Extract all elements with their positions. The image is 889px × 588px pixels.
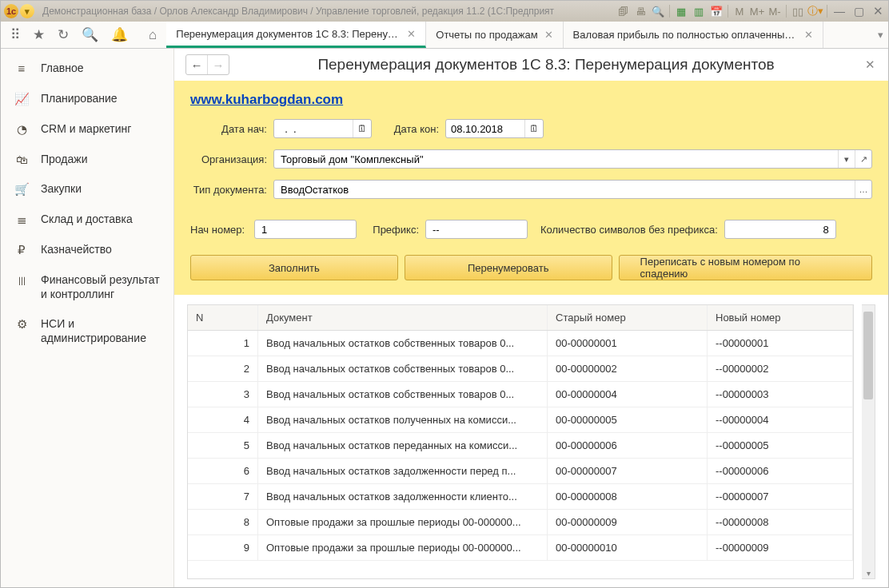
label-date-end: Дата кон: xyxy=(381,123,439,135)
org-field[interactable]: ▾ ↗ xyxy=(273,149,872,169)
panel-icon[interactable]: ▯▯ xyxy=(791,5,804,18)
rewrite-button-label: Переписать с новым номером по спадению xyxy=(640,256,851,280)
table-row[interactable]: 3Ввод начальных остатков собственных тов… xyxy=(188,382,853,407)
tab-close-icon[interactable]: ✕ xyxy=(804,29,813,41)
cal-green-icon[interactable]: ▥ xyxy=(692,5,705,18)
date-end-field[interactable]: 🗓 xyxy=(445,119,544,138)
symbols-field[interactable] xyxy=(724,220,836,239)
cell-doc: Ввод начальных остатков собственных това… xyxy=(258,331,548,356)
col-header-old: Старый номер xyxy=(548,305,708,330)
sidebar-item-8[interactable]: ⚙НСИ и администрирование xyxy=(1,309,173,353)
col-header-n: N xyxy=(188,305,258,330)
calc-icon[interactable]: ▦ xyxy=(675,5,688,18)
form-area: www.kuharbogdan.com Дата нач: 🗓 Дата кон… xyxy=(174,81,888,295)
page-close[interactable]: ✕ xyxy=(863,58,877,72)
table-row[interactable]: 1Ввод начальных остатков собственных тов… xyxy=(188,331,853,356)
table-row[interactable]: 5Ввод начальных остатков переданных на к… xyxy=(188,433,853,459)
tab-2[interactable]: Валовая прибыль по полностью оплаченным … xyxy=(564,22,823,48)
sidebar-item-5[interactable]: ≣Склад и доставка xyxy=(1,205,173,235)
sidebar-item-7[interactable]: ⫼Финансовый результат и контроллинг xyxy=(1,265,173,309)
start-num-input[interactable] xyxy=(255,220,356,238)
renum-button[interactable]: Перенумеровать xyxy=(405,255,612,280)
window-maximize[interactable]: ▢ xyxy=(851,5,866,18)
nav-back[interactable]: ← xyxy=(186,55,208,74)
prefix-input[interactable] xyxy=(426,220,527,238)
apps-grid-icon[interactable]: ⠿ xyxy=(10,26,20,43)
m-icon[interactable]: M xyxy=(733,5,746,18)
tab-0[interactable]: Перенумерация документов 1С 8.3: Перенум… xyxy=(166,22,426,48)
date-end-input[interactable] xyxy=(446,123,524,135)
table-row[interactable]: 9Оптовые продажи за прошлые периоды 00-0… xyxy=(188,535,853,561)
sidebar-item-2[interactable]: ◔CRM и маркетинг xyxy=(1,114,173,145)
separator xyxy=(786,5,787,18)
cell-n: 8 xyxy=(188,510,258,534)
sidebar-icon: 📈 xyxy=(14,92,30,106)
cell-doc: Оптовые продажи за прошлые периоды 00-00… xyxy=(258,535,548,560)
print-preview-icon[interactable]: 🗐 xyxy=(616,5,629,18)
scroll-thumb[interactable] xyxy=(863,312,873,399)
cell-doc: Ввод начальных остатков полученных на ко… xyxy=(258,407,548,432)
table-row[interactable]: 8Оптовые продажи за прошлые периоды 00-0… xyxy=(188,510,853,535)
m-plus-icon[interactable]: M+ xyxy=(751,5,763,18)
app-menu-drop[interactable]: ▾ xyxy=(20,4,34,18)
nav-forward[interactable]: → xyxy=(208,55,229,74)
sidebar-item-4[interactable]: 🛒Закупки xyxy=(1,174,173,205)
date-start-field[interactable]: 🗓 xyxy=(273,119,372,138)
separator xyxy=(728,5,728,18)
scrollbar[interactable]: ▾ xyxy=(862,304,875,579)
tab-dropdown[interactable]: ▾ xyxy=(872,22,888,48)
scroll-down-icon[interactable]: ▾ xyxy=(862,567,875,578)
org-input[interactable] xyxy=(274,153,838,165)
doctype-field[interactable]: … xyxy=(273,180,872,199)
history-icon[interactable]: ↻ xyxy=(58,26,69,43)
sidebar: ≡Главное📈Планирование◔CRM и маркетинг🛍Пр… xyxy=(1,49,174,587)
sidebar-item-label: Главное xyxy=(41,62,84,76)
date-start-input[interactable] xyxy=(274,123,353,135)
sidebar-item-0[interactable]: ≡Главное xyxy=(1,54,173,84)
calendar-picker-icon[interactable]: 🗓 xyxy=(353,120,371,137)
documents-table: N Документ Старый номер Новый номер 1Вво… xyxy=(187,304,854,579)
doctype-input[interactable] xyxy=(274,184,855,196)
cell-doc: Ввод начальных остатков задолженности пе… xyxy=(258,459,548,483)
rewrite-button[interactable]: Переписать с новым номером по спадению xyxy=(619,255,872,280)
favorite-star-icon[interactable]: ★ xyxy=(33,26,45,43)
sidebar-item-3[interactable]: 🛍Продажи xyxy=(1,145,173,175)
start-num-field[interactable] xyxy=(254,220,357,239)
bell-icon[interactable]: 🔔 xyxy=(111,26,128,43)
fill-button[interactable]: Заполнить xyxy=(190,255,398,280)
cell-old: 00-00000005 xyxy=(548,407,708,432)
tab-1[interactable]: Отчеты по продажам✕ xyxy=(426,22,563,48)
link-icon[interactable]: 🔍 xyxy=(652,5,664,18)
home-icon[interactable]: ⌂ xyxy=(149,27,157,43)
top-row: ⠿ ★ ↻ 🔍 🔔 ⌂ Перенумерация документов 1С … xyxy=(1,22,888,49)
sidebar-icon: ⚙ xyxy=(14,317,30,332)
tab-close-icon[interactable]: ✕ xyxy=(407,28,416,40)
m-minus-icon[interactable]: M- xyxy=(768,5,781,18)
calendar-picker-icon[interactable]: 🗓 xyxy=(524,120,543,137)
fill-button-label: Заполнить xyxy=(269,262,320,274)
website-link[interactable]: www.kuharbogdan.com xyxy=(190,92,343,107)
prefix-field[interactable] xyxy=(425,220,528,239)
tab-close-icon[interactable]: ✕ xyxy=(544,29,553,41)
table-row[interactable]: 4Ввод начальных остатков полученных на к… xyxy=(188,407,853,433)
cell-n: 6 xyxy=(188,459,258,483)
info-icon[interactable]: ⓘ▾ xyxy=(809,5,822,18)
tab-label: Перенумерация документов 1С 8.3: Перенум… xyxy=(176,28,401,40)
window-close[interactable]: ✕ xyxy=(871,4,885,18)
nav-buttons: ← → xyxy=(185,54,229,75)
sidebar-item-6[interactable]: ₽Казначейство xyxy=(1,235,173,265)
table-row[interactable]: 7Ввод начальных остатков задолженности к… xyxy=(188,484,853,510)
search-icon[interactable]: 🔍 xyxy=(82,26,98,43)
symbols-input[interactable] xyxy=(725,220,835,238)
sidebar-item-1[interactable]: 📈Планирование xyxy=(1,84,173,114)
table-row[interactable]: 2Ввод начальных остатков собственных тов… xyxy=(188,356,853,382)
cell-n: 3 xyxy=(188,382,258,407)
org-dropdown-icon[interactable]: ▾ xyxy=(838,150,855,168)
org-open-icon[interactable]: ↗ xyxy=(855,150,871,168)
doctype-more-icon[interactable]: … xyxy=(855,181,871,198)
cell-doc: Ввод начальных остатков переданных на ко… xyxy=(258,433,548,458)
table-row[interactable]: 6Ввод начальных остатков задолженности п… xyxy=(188,459,853,484)
print-icon[interactable]: 🖶 xyxy=(634,5,647,18)
window-minimize[interactable]: — xyxy=(832,5,847,18)
calendar-icon[interactable]: 📅 xyxy=(710,5,723,18)
